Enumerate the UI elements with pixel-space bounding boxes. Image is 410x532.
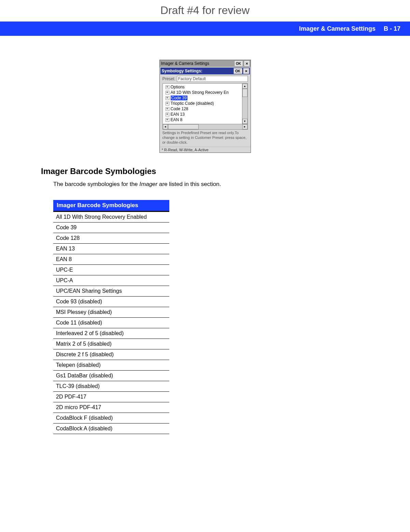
- inner-ok-button[interactable]: OK: [234, 68, 242, 74]
- tree-item-label: EAN 8: [171, 117, 183, 122]
- preset-row: Preset: Factory Default: [162, 76, 248, 82]
- tree-view[interactable]: +Options+All 1D With Strong Recovery En+…: [162, 83, 248, 124]
- tree-item[interactable]: +Options: [164, 84, 241, 90]
- tree-item-label: EAN 13: [171, 112, 185, 117]
- horizontal-scrollbar[interactable]: ◄ ►: [162, 124, 248, 130]
- outer-title: Imager & Camera Settings: [161, 61, 234, 66]
- expander-icon[interactable]: +: [166, 91, 169, 95]
- table-row: Matrix 2 of 5 (disabled): [53, 339, 169, 349]
- table-row: CodaBlock A (disabled): [53, 423, 169, 434]
- scroll-left-icon[interactable]: ◄: [163, 124, 168, 129]
- tree-item[interactable]: +Code 128: [164, 106, 241, 112]
- tree-item[interactable]: +Code 39: [164, 95, 241, 101]
- table-row: UPC/EAN Sharing Settings: [53, 286, 169, 297]
- outer-window: Imager & Camera Settings OK ✕ Symbology …: [159, 60, 251, 153]
- table-row: 2D micro PDF-417: [53, 402, 169, 413]
- expander-icon[interactable]: +: [166, 85, 169, 89]
- table-row: EAN 8: [53, 254, 169, 265]
- dialog-footer-label: * R-Read, W-Write, A-Active: [160, 147, 251, 153]
- tree-item-label: All 1D With Strong Recovery En: [171, 90, 229, 95]
- scroll-track[interactable]: [242, 97, 248, 119]
- table-row: UPC-E: [53, 265, 169, 275]
- table-row: 2D PDF-417: [53, 392, 169, 402]
- inner-title: Symbology Settings:: [162, 69, 234, 73]
- table-row: CodaBlock F (disabled): [53, 413, 169, 423]
- tree-item[interactable]: +EAN 13: [164, 112, 241, 117]
- draft-title: Draft #4 for review: [0, 0, 410, 21]
- preset-label: Preset:: [162, 76, 175, 81]
- header-section-label: Imager & Camera Settings: [299, 25, 376, 32]
- tree-item[interactable]: +Trioptic Code (disabled): [164, 101, 241, 106]
- body-suffix: are listed in this section.: [157, 181, 221, 187]
- inner-titlebar: Symbology Settings: OK ✕: [160, 68, 250, 74]
- table-row: Discrete 2 f 5 (disabled): [53, 349, 169, 360]
- inner-close-button[interactable]: ✕: [243, 68, 249, 74]
- hscroll-track[interactable]: [199, 124, 242, 129]
- table-row: Code 93 (disabled): [53, 297, 169, 307]
- preset-dropdown[interactable]: Factory Default: [177, 76, 248, 82]
- dialog-body: Preset: Factory Default +Options+All 1D …: [160, 74, 250, 146]
- scroll-down-icon[interactable]: ▼: [242, 119, 248, 124]
- outer-close-button[interactable]: ✕: [244, 60, 250, 67]
- tree-item[interactable]: +EAN 8: [164, 117, 241, 123]
- tree-item-label: Code 39: [171, 96, 187, 100]
- tree-item-label: Code 128: [171, 106, 188, 111]
- expander-icon[interactable]: +: [166, 102, 169, 105]
- scroll-right-icon[interactable]: ►: [242, 124, 248, 129]
- header-page-num: B - 17: [384, 25, 400, 32]
- table-row: EAN 13: [53, 244, 169, 254]
- body-text: The barcode symbologies for the Imager a…: [53, 181, 369, 188]
- table-row: Code 11 (disabled): [53, 318, 169, 328]
- symbology-table: Imager Barcode Symbologies All 1D With S…: [53, 200, 169, 434]
- table-row: Interleaved 2 of 5 (disabled): [53, 328, 169, 339]
- tree-item[interactable]: +All 1D With Strong Recovery En: [164, 90, 241, 95]
- page-header-bar: Imager & Camera Settings B - 17: [0, 21, 410, 36]
- tree-item-label: Options: [171, 85, 185, 89]
- table-row: Telepen (disabled): [53, 360, 169, 371]
- dialog-screenshot: Imager & Camera Settings OK ✕ Symbology …: [0, 60, 410, 153]
- body-em: Imager: [139, 181, 157, 187]
- table-row: TLC-39 (disabled): [53, 381, 169, 392]
- table-row: Code 39: [53, 222, 169, 233]
- table-row: UPC-A: [53, 275, 169, 286]
- section-heading: Imager Barcode Symbologies: [41, 167, 369, 176]
- dialog-hint-text: Settings in Predefined Preset are read o…: [162, 131, 248, 145]
- table-row: Gs1 DataBar (disabled): [53, 371, 169, 381]
- outer-titlebar: Imager & Camera Settings OK ✕: [160, 60, 251, 67]
- preset-value: Factory Default: [178, 76, 206, 81]
- hscroll-thumb[interactable]: [168, 124, 199, 129]
- vertical-scrollbar[interactable]: ▲ ▼: [242, 84, 248, 124]
- expander-icon[interactable]: +: [166, 118, 169, 122]
- table-header: Imager Barcode Symbologies: [53, 200, 169, 212]
- tree-item-label: Trioptic Code (disabled): [171, 101, 214, 106]
- table-row: All 1D With Strong Recovery Enabled: [53, 212, 169, 222]
- expander-icon[interactable]: +: [166, 107, 169, 111]
- scroll-thumb[interactable]: [242, 89, 248, 97]
- expander-icon[interactable]: +: [166, 113, 169, 116]
- scroll-up-icon[interactable]: ▲: [242, 84, 248, 89]
- outer-ok-button[interactable]: OK: [234, 60, 243, 67]
- expander-icon[interactable]: +: [166, 96, 169, 100]
- body-prefix: The barcode symbologies for the: [53, 181, 139, 187]
- table-row: MSI Plessey (disabled): [53, 307, 169, 318]
- table-row: Code 128: [53, 233, 169, 244]
